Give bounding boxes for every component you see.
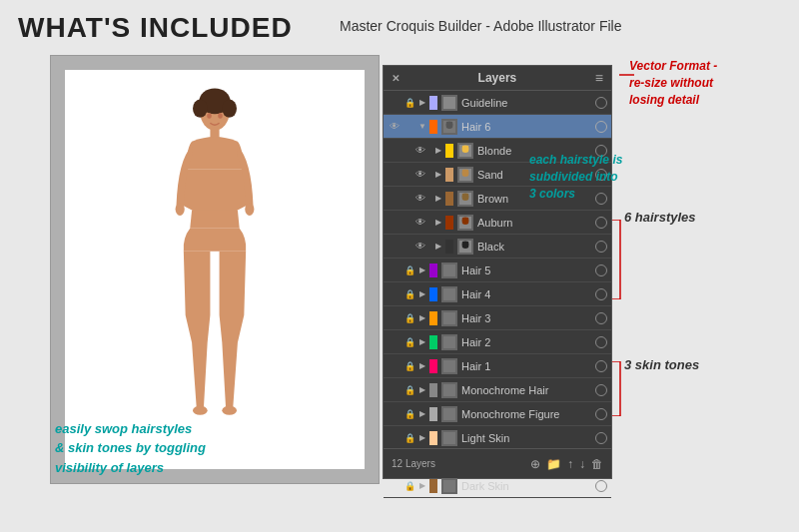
target-circle[interactable]: [595, 97, 607, 109]
target-circle[interactable]: [595, 480, 607, 492]
expand-icon[interactable]: ▶: [433, 218, 443, 228]
visibility-icon[interactable]: [388, 359, 401, 373]
layer-color: [429, 383, 437, 397]
layer-thumb: [457, 239, 473, 255]
svg-rect-21: [443, 336, 455, 348]
target-circle[interactable]: [595, 121, 607, 133]
svg-point-2: [193, 100, 208, 118]
layers-panel-title: Layers: [478, 71, 517, 85]
expand-icon[interactable]: ▶: [417, 481, 427, 491]
layer-color: [429, 335, 437, 349]
lock-icon: 🔒: [403, 360, 415, 372]
expand-icon[interactable]: ▶: [433, 242, 443, 252]
expand-icon[interactable]: ▶: [417, 289, 427, 299]
visibility-icon[interactable]: [388, 287, 401, 301]
expand-icon[interactable]: ▶: [417, 409, 427, 419]
target-circle[interactable]: [595, 265, 607, 276]
target-circle[interactable]: [595, 384, 607, 396]
visibility-icon[interactable]: 👁: [413, 192, 427, 206]
visibility-icon[interactable]: [388, 431, 401, 445]
lock-icon: 🔒: [403, 432, 415, 444]
move-up-icon[interactable]: ↑: [567, 457, 573, 471]
layer-row[interactable]: 🔒 ▶ Hair 1: [384, 354, 611, 378]
layer-row[interactable]: 🔒 ▶ Hair 4: [384, 282, 611, 306]
expand-icon[interactable]: ▶: [433, 194, 443, 204]
layer-thumb: [457, 191, 473, 207]
layer-thumb: [441, 406, 457, 422]
layer-color: [429, 359, 437, 373]
layer-row[interactable]: 🔒 ▶ Light Skin: [384, 426, 611, 450]
swap-layers-annotation: easily swop hairstyles & skin tones by t…: [55, 419, 206, 478]
close-icon[interactable]: ✕: [392, 73, 400, 84]
move-down-icon[interactable]: ↓: [579, 457, 585, 471]
expand-icon[interactable]: ▶: [417, 98, 427, 108]
visibility-icon[interactable]: [388, 264, 401, 277]
lock-icon: 🔒: [403, 288, 415, 300]
expand-icon[interactable]: ▶: [417, 313, 427, 323]
target-circle[interactable]: [595, 408, 607, 420]
target-circle[interactable]: [595, 241, 607, 253]
expand-icon[interactable]: ▶: [417, 433, 427, 443]
layer-thumb: [441, 310, 457, 326]
expand-icon[interactable]: ▶: [433, 170, 443, 180]
target-circle[interactable]: [595, 432, 607, 444]
layer-row[interactable]: 🔒 ▶ Hair 3: [384, 306, 611, 330]
target-circle[interactable]: [595, 360, 607, 372]
layer-name: Hair 3: [461, 312, 595, 324]
visibility-icon[interactable]: 👁: [413, 240, 427, 254]
layer-thumb: [441, 263, 457, 278]
new-layer-icon[interactable]: ⊕: [530, 457, 540, 471]
layer-row[interactable]: 🔒 ▶ Monochrome Figure: [384, 402, 611, 426]
visibility-icon[interactable]: [388, 311, 401, 325]
visibility-icon[interactable]: [388, 407, 401, 421]
layer-thumb: [441, 286, 457, 302]
figure-svg: [160, 80, 270, 459]
expand-icon[interactable]: ▶: [417, 361, 427, 371]
visibility-icon[interactable]: 👁: [413, 144, 427, 158]
expand-icon[interactable]: ▶: [417, 266, 427, 275]
layer-name: Dark Skin: [461, 480, 595, 492]
visibility-icon[interactable]: [388, 335, 401, 349]
visibility-icon[interactable]: 👁: [413, 168, 427, 182]
layer-color: [429, 479, 437, 493]
visibility-icon[interactable]: [388, 479, 401, 493]
menu-icon[interactable]: ≡: [595, 70, 603, 86]
layer-thumb: [441, 95, 457, 111]
lock-icon: 🔒: [403, 97, 415, 109]
layer-color: [429, 120, 437, 134]
delete-icon[interactable]: 🗑: [591, 457, 603, 471]
expand-icon[interactable]: ▶: [417, 337, 427, 347]
layer-row[interactable]: 🔒 ▶ Guideline: [384, 91, 611, 115]
bracket-hairstyles: [612, 220, 627, 299]
layer-row[interactable]: 🔒 ▶ Hair 5: [384, 259, 611, 282]
layer-name: Hair 2: [461, 336, 595, 348]
svg-point-7: [193, 406, 208, 415]
visibility-icon[interactable]: 👁: [413, 216, 427, 230]
layer-name: Guideline: [461, 97, 595, 109]
layer-thumb: [441, 478, 457, 494]
target-circle[interactable]: [595, 217, 607, 229]
skin-tones-annotation: 3 skin tones: [624, 357, 699, 374]
layer-row[interactable]: 👁 ▶ Auburn: [384, 211, 611, 235]
layer-name: Black: [477, 241, 595, 253]
target-circle[interactable]: [595, 288, 607, 300]
expand-icon[interactable]: ▼: [417, 122, 427, 132]
expand-icon[interactable]: ▶: [417, 385, 427, 395]
layer-thumb: [441, 430, 457, 446]
folder-icon[interactable]: 📁: [546, 457, 561, 471]
target-circle[interactable]: [595, 312, 607, 324]
vector-format-annotation: Vector Format -re-size withoutlosing det…: [629, 58, 784, 108]
layer-row[interactable]: 🔒 ▶ Hair 2: [384, 330, 611, 354]
visibility-icon[interactable]: [388, 96, 401, 110]
visibility-icon[interactable]: 👁: [388, 120, 401, 134]
visibility-icon[interactable]: [388, 383, 401, 397]
lock-icon: 🔒: [403, 336, 415, 348]
layer-color: [445, 240, 453, 254]
layer-row[interactable]: 👁 ▼ Hair 6: [384, 115, 611, 139]
svg-point-10: [218, 113, 223, 119]
expand-icon[interactable]: ▶: [433, 146, 443, 156]
target-circle[interactable]: [595, 336, 607, 348]
layers-footer: 12 Layers ⊕ 📁 ↑ ↓ 🗑: [384, 448, 611, 478]
layer-row[interactable]: 🔒 ▶ Monochrome Hair: [384, 378, 611, 402]
layer-row[interactable]: 👁 ▶ Black: [384, 235, 611, 259]
